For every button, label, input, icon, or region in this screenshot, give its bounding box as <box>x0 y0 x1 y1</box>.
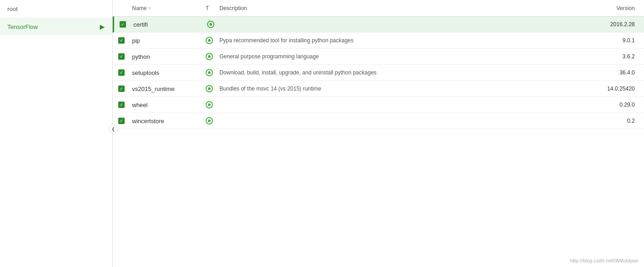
sidebar-item-tensorflow[interactable]: TensorFlow ▶ <box>0 18 112 35</box>
status-icon <box>206 69 213 76</box>
package-name: pip <box>132 37 206 44</box>
sidebar-item-arrow-icon: ▶ <box>100 23 105 30</box>
package-version: 14.0.25420 <box>583 85 638 92</box>
table-row: ✓pipPypa recommended tool for installing… <box>113 33 644 49</box>
status-icon <box>206 53 213 60</box>
header-type-col: T <box>206 5 219 11</box>
header-description-label: Description <box>219 5 247 11</box>
sort-icon: ▿ <box>149 6 151 11</box>
package-version: 3.6.2 <box>583 53 638 60</box>
package-description: General purpose programming language <box>219 53 583 60</box>
header-type-label: T <box>206 5 209 11</box>
sidebar-root-label: root <box>7 6 17 12</box>
sidebar: root TensorFlow ▶ ❮ <box>0 0 113 267</box>
package-version: 0.29.0 <box>583 102 638 108</box>
status-icon <box>206 37 213 44</box>
package-name: setuptools <box>132 69 206 76</box>
collapse-icon: ❮ <box>111 126 115 131</box>
sidebar-root: root <box>0 0 112 18</box>
table-row: ✓vs2015_runtimeBundles of the msvc 14 (v… <box>113 81 644 97</box>
package-description: Download, build, install, upgrade, and u… <box>219 69 583 76</box>
table-row: ✓wheel0.29.0 <box>113 97 644 113</box>
table-row: ✓pythonGeneral purpose programming langu… <box>113 49 644 65</box>
table-row: ✓wincertstore0.2 <box>113 113 644 129</box>
package-name: vs2015_runtime <box>132 85 206 92</box>
status-col <box>206 37 219 44</box>
sidebar-collapse-button[interactable]: ❮ <box>109 125 118 134</box>
row-checkbox[interactable]: ✓ <box>118 53 125 60</box>
status-icon <box>207 21 214 28</box>
row-checkbox[interactable]: ✓ <box>118 37 125 44</box>
row-checkbox[interactable]: ✓ <box>118 102 125 108</box>
status-col <box>206 85 219 92</box>
table-row: ✓setuptoolsDownload, build, install, upg… <box>113 65 644 81</box>
package-description: Pypa recommended tool for installing pyt… <box>219 37 583 44</box>
status-icon <box>206 101 213 108</box>
row-checkbox[interactable]: ✓ <box>120 21 126 28</box>
main-content: Name ▿ T Description Version ✓certifi201… <box>113 0 644 267</box>
status-col <box>206 69 219 76</box>
package-name: certifi <box>133 21 207 28</box>
status-col <box>206 53 219 60</box>
status-col <box>206 117 219 125</box>
package-version: 36.4.0 <box>583 69 638 76</box>
row-checkbox[interactable]: ✓ <box>118 69 125 76</box>
package-name: wheel <box>132 102 206 108</box>
header-description-col: Description <box>219 5 583 11</box>
status-col <box>206 101 219 108</box>
package-version: 0.2 <box>583 118 638 124</box>
package-version: 9.0.1 <box>583 37 638 44</box>
package-description: Bundles of the msvc 14 (vs 2015) runtime <box>219 85 583 92</box>
watermark: http://blog.csdn.net/IAMoldpan <box>570 258 638 263</box>
table-body: ✓certifi2016.2.28✓pipPypa recommended to… <box>113 17 644 267</box>
status-icon <box>206 117 213 125</box>
table-header: Name ▿ T Description Version <box>113 0 644 17</box>
package-version: 2016.2.28 <box>583 21 638 28</box>
table-row: ✓certifi2016.2.28 <box>113 17 644 33</box>
row-checkbox[interactable]: ✓ <box>118 118 125 124</box>
row-checkbox[interactable]: ✓ <box>118 85 125 92</box>
header-name-label: Name <box>132 5 147 11</box>
sidebar-item-label: TensorFlow <box>7 23 38 30</box>
header-version-label: Version <box>616 5 635 11</box>
status-icon <box>206 85 213 92</box>
package-name: wincertstore <box>132 118 206 125</box>
package-name: python <box>132 53 206 60</box>
header-version-col: Version <box>583 5 638 11</box>
header-name-col[interactable]: Name ▿ <box>132 5 206 11</box>
status-col <box>207 21 221 28</box>
